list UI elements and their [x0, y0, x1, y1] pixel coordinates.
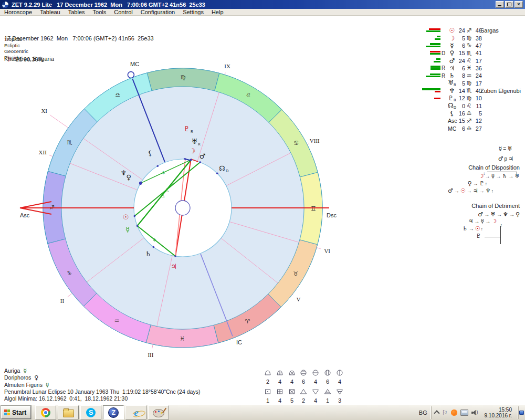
- motion-letter: R: [440, 73, 448, 79]
- minutes: 17: [473, 58, 482, 64]
- wheel-mars-icon: ♂: [200, 152, 206, 160]
- detriment-title: Chain of Detriment: [429, 203, 521, 209]
- chain-arrow: =: [503, 146, 506, 152]
- planet-dot: [199, 161, 201, 163]
- tray-icons: ⚐ ) 15:50 9.10.2016 г.: [431, 406, 518, 419]
- wheel-lilith-icon: ⚸: [148, 149, 153, 157]
- footnote-planet-icon: ♀: [34, 374, 38, 381]
- sign-icon: ♍: [465, 35, 473, 41]
- taskbar-button-ie[interactable]: e: [125, 405, 146, 419]
- tray-clock[interactable]: 15:50 9.10.2016 г.: [481, 407, 515, 418]
- menu-item-tableau[interactable]: Tableau: [40, 9, 60, 15]
- stat-count: 4: [276, 398, 284, 404]
- chain-row: ♂p♃: [429, 155, 521, 163]
- sign-icon: ♏: [465, 50, 473, 57]
- house-label-XII: XII: [39, 149, 47, 155]
- minutes: 27: [473, 125, 482, 132]
- title-bar[interactable]: ZET 9.2.29 Lite 17 December 1962 Mon 7:0…: [0, 0, 525, 9]
- footnote-line: Auriga ☿: [4, 368, 200, 374]
- language-indicator[interactable]: BG: [415, 410, 431, 416]
- menu-item-tables[interactable]: Tables: [68, 9, 85, 15]
- taskbar-button-zet[interactable]: Z: [103, 405, 124, 419]
- stat-count: 6: [300, 379, 307, 385]
- flag-icon[interactable]: ⚐: [442, 409, 448, 416]
- planet-row-lilith: ⚸16♎5: [413, 110, 482, 117]
- dignity-bars: [413, 58, 440, 64]
- zodiac-sign-icon: ♏: [67, 139, 72, 146]
- degrees: 8: [456, 72, 465, 79]
- aspect-icon: ∗: [161, 170, 165, 175]
- start-button[interactable]: Start: [1, 406, 31, 419]
- element-statistics: 64642413: [300, 369, 343, 405]
- chain-row: ♃→☿→☽: [429, 218, 521, 225]
- menu-item-configuration[interactable]: Configuration: [141, 9, 175, 15]
- taskbar-button-skype[interactable]: S: [80, 405, 101, 419]
- sign-icon: ♌: [465, 57, 473, 64]
- sign-icon: ♏: [465, 87, 473, 94]
- stat-count: 2: [300, 398, 307, 404]
- antivirus-icon[interactable]: [451, 410, 457, 416]
- degrees: 24: [456, 58, 465, 64]
- moon-icon: ☽: [448, 35, 456, 42]
- chain-arrow: →: [509, 212, 514, 217]
- wheel-venus-icon: ♀: [127, 173, 132, 181]
- planet-row-node: ☊D0♌11: [413, 102, 482, 109]
- wheel-saturn-icon: ♄: [145, 250, 151, 258]
- minimize-button[interactable]: [496, 1, 504, 8]
- restore-button[interactable]: [505, 1, 513, 8]
- sign-icon: ♒: [465, 72, 473, 79]
- stat-count: 2: [264, 379, 271, 385]
- degrees: 16: [456, 110, 465, 117]
- neptune-icon: ♆: [448, 87, 456, 94]
- house-label-III: III: [148, 352, 153, 358]
- planet-dot: [157, 165, 159, 167]
- taskbar-button-paint[interactable]: [148, 405, 169, 419]
- chain-planet-icon: ♆: [503, 211, 508, 218]
- network-icon[interactable]: [460, 410, 468, 416]
- close-button[interactable]: ×: [514, 1, 523, 8]
- chain-planet-icon: ☉: [460, 187, 466, 194]
- disposition-title: Chain of Disposition: [429, 164, 521, 171]
- footnote-planet-icon: ☿: [46, 382, 49, 388]
- planet-position-table: ☉24♐46Sargas☽5♍38☿6♑47D♀15♏41♂24♌17R♃6♓3…: [413, 27, 482, 132]
- planet-dot: [190, 159, 192, 161]
- sign-icon: ♑: [465, 42, 473, 49]
- wheel-uranus-icon: ♅: [191, 138, 197, 145]
- planet-row-neptune: ♆14♏40Zuben Elgenubi: [413, 87, 482, 94]
- sign-icon: ♎: [465, 110, 473, 117]
- chain-planet-icon: ♇: [476, 233, 481, 239]
- chain-arrow: →: [467, 188, 472, 194]
- menu-item-horoscope[interactable]: Horoscope: [4, 9, 32, 15]
- system-tray: BG ⚐ ) 15:50 9.10.2016 г.: [415, 406, 524, 419]
- svg-text:R: R: [198, 142, 201, 146]
- menu-item-help[interactable]: Help: [212, 9, 224, 15]
- chevron-up-icon[interactable]: [434, 410, 439, 416]
- moon-icon: ☽: [5, 56, 11, 63]
- taskbar-button-chrome[interactable]: [35, 405, 56, 419]
- minutes: 38: [473, 35, 482, 41]
- footnote-line: Algol Minima: 16.12.1962 0:41, 18.12.196…: [4, 395, 200, 402]
- menu-item-settings[interactable]: Settings: [183, 9, 204, 15]
- chain-planet-icon: ♅: [490, 211, 496, 218]
- minutes: 41: [473, 50, 482, 56]
- menu-item-tools[interactable]: Tools: [93, 9, 107, 15]
- planet-row-uranus: ♅R5♍17: [413, 79, 482, 87]
- stat-count: 1: [324, 398, 331, 404]
- dignity-bars: [413, 103, 440, 109]
- show-desktop-button[interactable]: [518, 406, 524, 419]
- zodiac-sign-icon: ♒: [114, 318, 120, 324]
- chain-arrow: →: [474, 218, 479, 224]
- planet-row-mercury: ☿6♑47: [413, 42, 482, 49]
- chain-planet-icon: ☿: [499, 145, 502, 152]
- dignity-bars: [413, 50, 440, 56]
- ic-label: IC: [236, 339, 242, 345]
- taskbar-button-explorer[interactable]: [58, 405, 79, 419]
- dignity-bars: [413, 66, 440, 71]
- tri-down-bar-icon: [336, 387, 343, 397]
- chain-arrow: →: [479, 188, 485, 194]
- menu-item-control[interactable]: Control: [114, 9, 132, 15]
- volume-icon[interactable]: ): [471, 410, 478, 416]
- degrees: 0: [456, 103, 465, 109]
- mc-label: MC: [448, 125, 456, 132]
- wheel-hub: [175, 201, 190, 215]
